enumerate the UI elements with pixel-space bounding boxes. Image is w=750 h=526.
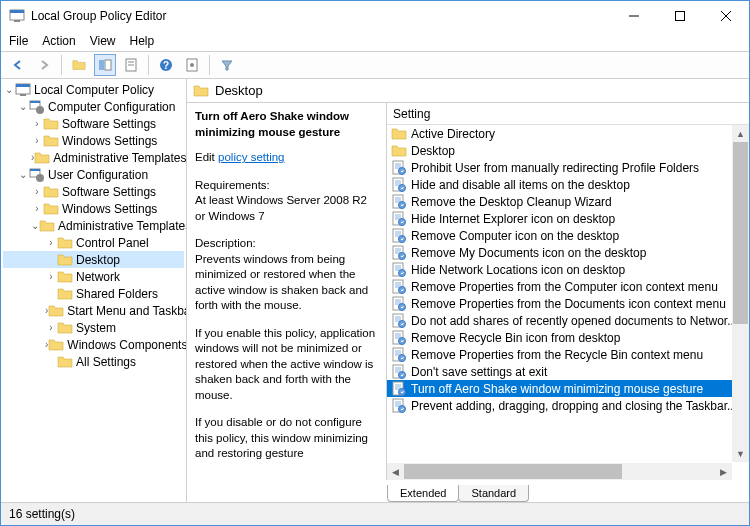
tree-node[interactable]: ›Network [3,268,184,285]
expander-icon[interactable]: › [31,135,43,146]
list-row[interactable]: Desktop [387,142,732,159]
expander-icon[interactable]: › [31,203,43,214]
folder-icon [39,218,55,234]
show-tree-button[interactable] [94,54,116,76]
expander-icon[interactable]: ⌄ [3,84,15,95]
tree-node[interactable]: ⌄User Configuration [3,166,184,183]
scroll-down-icon[interactable]: ▼ [732,445,749,462]
policy-icon [391,177,407,193]
expander-icon[interactable]: › [45,237,57,248]
maximize-button[interactable] [657,1,703,31]
list-row-label: Do not add shares of recently opened doc… [411,314,732,328]
forward-button[interactable] [33,54,55,76]
vertical-scrollbar[interactable]: ▲ ▼ [732,125,749,462]
folder-icon [48,337,64,353]
tree-node[interactable]: ›Software Settings [3,115,184,132]
tree-node[interactable]: ›Windows Settings [3,200,184,217]
folder-icon [43,116,59,132]
tree-node[interactable]: ›System [3,319,184,336]
column-header-setting[interactable]: Setting [387,103,749,125]
policy-icon [391,262,407,278]
list-row-label: Remove My Documents icon on the desktop [411,246,646,260]
expander-icon[interactable]: › [31,186,43,197]
menu-file[interactable]: File [9,34,28,48]
close-button[interactable] [703,1,749,31]
list-row[interactable]: Prohibit User from manually redirecting … [387,159,732,176]
tree-node[interactable]: Shared Folders [3,285,184,302]
tree-label: Software Settings [62,117,156,131]
list-row[interactable]: Remove My Documents icon on the desktop [387,244,732,261]
list-row[interactable]: Remove Properties from the Documents ico… [387,295,732,312]
tree-node[interactable]: ›Control Panel [3,234,184,251]
tree-node[interactable]: ⌄Local Computer Policy [3,81,184,98]
folder-icon [391,143,407,159]
svg-rect-12 [676,12,685,21]
expander-icon[interactable]: › [31,118,43,129]
expander-icon[interactable]: › [45,271,57,282]
policy-icon [391,398,407,414]
list-row[interactable]: Remove Recycle Bin icon from desktop [387,329,732,346]
tree-node[interactable]: All Settings [3,353,184,370]
list-row[interactable]: Prevent adding, dragging, dropping and c… [387,397,732,414]
tree-node[interactable]: ›Windows Components [3,336,184,353]
list-row[interactable]: Active Directory [387,125,732,142]
horizontal-scrollbar[interactable]: ◀ ▶ [387,463,732,480]
statusbar: 16 setting(s) [1,503,749,525]
list-row[interactable]: Hide and disable all items on the deskto… [387,176,732,193]
expander-icon[interactable]: ⌄ [17,169,29,180]
policy-icon [391,364,407,380]
list-row-label: Active Directory [411,127,495,141]
list-row[interactable]: Do not add shares of recently opened doc… [387,312,732,329]
list-row[interactable]: Turn off Aero Shake window minimizing mo… [387,380,732,397]
folder-up-button[interactable] [68,54,90,76]
edit-label: Edit [195,151,215,163]
folder-icon [43,184,59,200]
filter-button[interactable] [216,54,238,76]
tab-standard[interactable]: Standard [458,485,529,502]
tree-node[interactable]: ›Start Menu and Taskbar [3,302,184,319]
scroll-left-icon[interactable]: ◀ [387,463,404,480]
tree-label: Windows Components [67,338,187,352]
tree-node[interactable]: Desktop [3,251,184,268]
cfg-icon [29,167,45,183]
menu-view[interactable]: View [90,34,116,48]
edit-policy-link[interactable]: policy setting [218,151,284,163]
tab-extended[interactable]: Extended [387,485,459,502]
list-row[interactable]: Remove Properties from the Recycle Bin c… [387,346,732,363]
tree-node[interactable]: ›Software Settings [3,183,184,200]
folder-icon [57,286,73,302]
properties-button[interactable] [120,54,142,76]
list-row[interactable]: Hide Internet Explorer icon on desktop [387,210,732,227]
tree-node[interactable]: ⌄Administrative Templates [3,217,184,234]
scroll-up-icon[interactable]: ▲ [732,125,749,142]
expander-icon[interactable]: ⌄ [17,101,29,112]
tree-label: User Configuration [48,168,148,182]
policy-icon [391,347,407,363]
folder-icon [43,133,59,149]
tree-pane[interactable]: ⌄Local Computer Policy⌄Computer Configur… [1,79,187,502]
list-row[interactable]: Don't save settings at exit [387,363,732,380]
tree-node[interactable]: ›Windows Settings [3,132,184,149]
options-button[interactable] [181,54,203,76]
gpo-icon [15,82,31,98]
policy-icon [391,313,407,329]
tree-label: All Settings [76,355,136,369]
back-button[interactable] [7,54,29,76]
expander-icon[interactable]: ⌄ [31,220,39,231]
scroll-right-icon[interactable]: ▶ [715,463,732,480]
menu-help[interactable]: Help [130,34,155,48]
cfg-icon [29,99,45,115]
list-row[interactable]: Remove the Desktop Cleanup Wizard [387,193,732,210]
list-row[interactable]: Remove Properties from the Computer icon… [387,278,732,295]
minimize-button[interactable] [611,1,657,31]
list-row-label: Prevent adding, dragging, dropping and c… [411,399,732,413]
list-row[interactable]: Remove Computer icon on the desktop [387,227,732,244]
menu-action[interactable]: Action [42,34,75,48]
list-row[interactable]: Hide Network Locations icon on desktop [387,261,732,278]
tree-node[interactable]: ⌄Computer Configuration [3,98,184,115]
description-pane: Turn off Aero Shake window minimizing mo… [187,103,387,480]
help-button[interactable]: ? [155,54,177,76]
expander-icon[interactable]: › [45,322,57,333]
tree-node[interactable]: ›Administrative Templates [3,149,184,166]
folder-icon [391,126,407,142]
